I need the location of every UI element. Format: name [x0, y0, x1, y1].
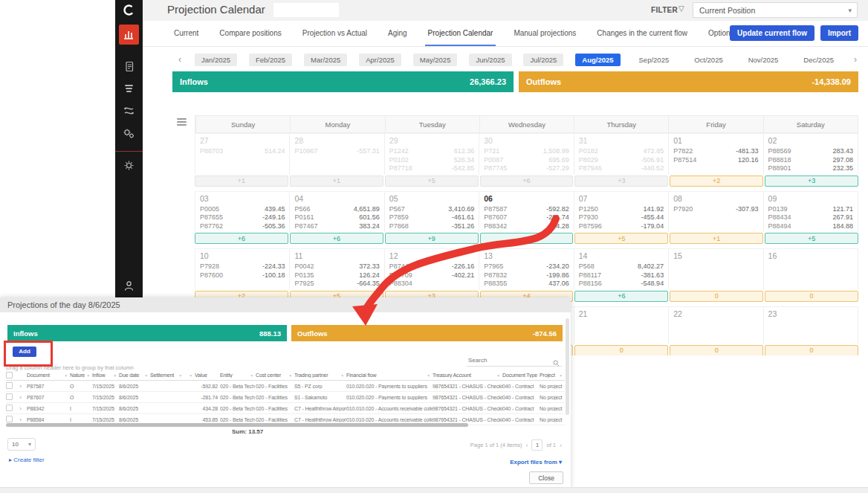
day-count-badge[interactable]: +6	[290, 233, 383, 244]
calendar-entry[interactable]: P7965-234.20	[484, 262, 569, 271]
day-count-badge[interactable]: +9	[385, 233, 479, 244]
calendar-entry[interactable]: P87514120.16	[673, 156, 758, 165]
calendar-entry[interactable]: P88342434.28	[484, 222, 569, 231]
day-count-badge[interactable]: +1	[670, 233, 763, 244]
column-header-financial-flow[interactable]: Financial flow▼	[346, 373, 433, 378]
sidebar-item-profile[interactable]	[115, 280, 143, 291]
day-count-badge[interactable]: +6	[195, 233, 288, 244]
month-tab-aug-2025[interactable]: Aug/2025	[575, 54, 620, 66]
row-checkbox-cell[interactable]	[6, 382, 16, 390]
day-count-badge[interactable]: +1	[195, 175, 288, 187]
column-header-settlement[interactable]: Settlement▼	[150, 373, 184, 378]
calendar-day-cell[interactable]: 12P87440-226.16P87709-402.21P88304	[385, 249, 479, 290]
day-count-badge[interactable]: +6	[480, 175, 574, 187]
sidebar-item-configuration[interactable]	[115, 128, 143, 139]
calendar-day-cell[interactable]: 21	[574, 307, 669, 344]
filter-icon[interactable]: ▼	[288, 373, 292, 378]
calendar-day-cell[interactable]: 16	[764, 249, 858, 290]
calendar-day-cell[interactable]: 10P7928-224.33P87600-100.18	[195, 249, 290, 290]
select-all-checkbox[interactable]	[6, 372, 13, 378]
calendar-day-cell[interactable]: 28P10967-557.31	[290, 134, 384, 175]
calendar-entry[interactable]: P7930-455.44	[579, 213, 664, 222]
calendar-entry[interactable]: P7868-351.26	[389, 222, 474, 231]
calendar-day-cell[interactable]: 07P1250141.92P7930-455.44P87596-179.04	[574, 192, 669, 233]
calendar-day-cell[interactable]: 14P5688,402.27P88117-381.63P88156-548.94	[574, 249, 669, 290]
calendar-entry[interactable]: P88569283.43	[768, 147, 853, 156]
current-page-box[interactable]: 1	[531, 439, 542, 451]
month-tab-jan-2025[interactable]: Jan/2025	[195, 54, 237, 66]
filter-icon[interactable]: ▼	[86, 373, 90, 378]
filter-icon[interactable]: ▼	[64, 373, 68, 378]
calendar-entry[interactable]: P0139121.71	[768, 205, 853, 214]
calendar-entry[interactable]: P87467383.24	[294, 222, 379, 231]
calendar-day-cell[interactable]: 31P0182472.85P8029-506.91P87946-440.52	[574, 134, 669, 175]
day-count-badge[interactable]: 0	[765, 291, 858, 302]
calendar-entry[interactable]: P87440-226.16	[389, 262, 474, 271]
day-count-badge[interactable]: +2	[670, 175, 763, 187]
calendar-entry[interactable]: P87587-592.82	[484, 205, 569, 214]
calendar-entry[interactable]: P7925-664.35	[294, 280, 379, 289]
calendar-entry[interactable]: P0005439.45	[200, 205, 285, 214]
calendar-entry[interactable]: P0161601.56	[294, 213, 379, 222]
column-header-document-type[interactable]: Document Type▼	[502, 373, 540, 378]
column-header-treasury-account[interactable]: Treasury Account▼	[433, 373, 502, 378]
tab-projection-vs-actual[interactable]: Projection vs Actual	[292, 21, 378, 46]
row-checkbox[interactable]	[6, 382, 13, 389]
calendar-entry[interactable]: P7920-307.93	[673, 205, 758, 214]
filter-icon[interactable]: ▼	[178, 373, 182, 378]
sidebar-item-positions[interactable]	[115, 83, 143, 94]
filter-icon[interactable]: ▼	[427, 373, 430, 378]
day-count-badge[interactable]: 0	[670, 291, 763, 302]
calendar-day-cell[interactable]: 29P1242612.36P0102526.34P87718-542.85	[385, 134, 479, 175]
calendar-entry[interactable]: P88117-381.63	[579, 271, 664, 280]
month-tab-sep-2025[interactable]: Sep/2025	[632, 54, 676, 66]
day-count-badge[interactable]: +5	[765, 233, 858, 244]
next-page-chevron[interactable]: ›	[560, 442, 562, 449]
calendar-entry[interactable]: P0087695.69	[484, 156, 569, 165]
calendar-entry[interactable]: P88494184.88	[768, 222, 853, 231]
calendar-menu-icon[interactable]	[177, 117, 187, 127]
calendar-entry[interactable]: P1242612.36	[389, 147, 474, 156]
column-header-cost-center[interactable]: Cost center▼	[256, 373, 294, 378]
calendar-entry[interactable]: P87607-281.74	[484, 213, 569, 222]
calendar-day-cell[interactable]: 22	[669, 307, 763, 344]
tab-current[interactable]: Current	[163, 21, 209, 46]
vertical-scrollbar[interactable]	[566, 318, 569, 415]
month-tab-oct-2025[interactable]: Oct/2025	[687, 54, 730, 66]
calendar-entry[interactable]: P7928-224.33	[200, 262, 285, 271]
sidebar-item-projections[interactable]	[119, 25, 139, 45]
calendar-entry[interactable]: P87718-542.85	[389, 164, 474, 173]
day-count-badge[interactable]: 0	[574, 345, 668, 356]
calendar-entry[interactable]: P1250141.92	[579, 205, 664, 214]
column-header-trading-partner[interactable]: Trading partner▼	[294, 373, 346, 378]
row-checkbox[interactable]	[6, 393, 13, 400]
row-checkbox-cell[interactable]	[6, 393, 16, 401]
day-count-badge[interactable]: +5	[574, 233, 668, 244]
update-current-flow-button[interactable]: Update current flow	[730, 25, 814, 41]
import-button[interactable]: Import	[820, 25, 858, 41]
prev-months-chevron[interactable]: ‹	[177, 54, 183, 65]
calendar-day-cell[interactable]: 30P7211,508.99P0087695.69P87745-527.29	[479, 134, 574, 175]
filter-icon[interactable]: ▼	[250, 373, 253, 378]
calendar-entry[interactable]: P87832-199.86	[484, 271, 569, 280]
column-header-due-date[interactable]: Due date▼	[119, 373, 150, 378]
table-row[interactable]: ›P87607O7/15/20258/6/2025-281.74020 - Be…	[6, 392, 565, 403]
day-count-badge[interactable]: +3	[574, 175, 668, 187]
column-header-document[interactable]: Document▼	[27, 373, 70, 378]
calendar-entry[interactable]: P87946-440.52	[579, 164, 664, 173]
row-expander[interactable]: ›	[16, 383, 27, 390]
day-count-badge[interactable]: +5	[385, 175, 479, 187]
calendar-entry[interactable]: P87762-505.36	[200, 222, 285, 231]
filter-icon[interactable]: ▼	[189, 373, 192, 378]
calendar-entry[interactable]: P8029-506.91	[579, 156, 664, 165]
filter-icon[interactable]: ▼	[340, 373, 344, 378]
prev-page-chevron[interactable]: ‹	[525, 442, 528, 449]
column-header-entity[interactable]: Entity▼	[220, 373, 256, 378]
column-header-inflow[interactable]: Inflow▼	[92, 373, 119, 378]
calendar-day-cell[interactable]: 08P7920-307.93	[669, 192, 763, 233]
month-tab-apr-2025[interactable]: Apr/2025	[359, 54, 401, 66]
day-count-badge[interactable]: 0	[765, 345, 858, 356]
tab-changes-in-the-current-flow[interactable]: Changes in the current flow	[586, 21, 698, 46]
tab-compare-positions[interactable]: Compare positions	[209, 21, 291, 46]
select-all-cell[interactable]	[6, 372, 16, 378]
